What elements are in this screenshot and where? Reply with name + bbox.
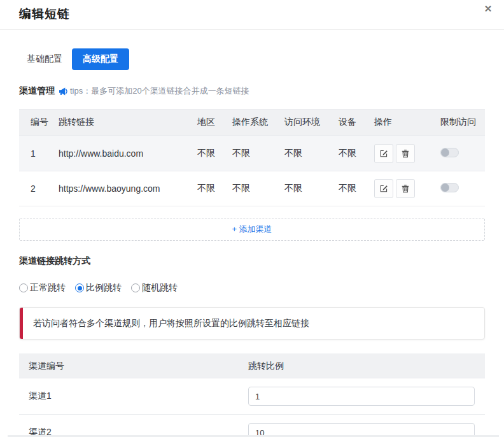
row-id: 2 xyxy=(19,183,59,194)
row-device: 不限 xyxy=(339,183,374,194)
edit-button[interactable] xyxy=(374,144,393,163)
row-url: http://www.baidu.com xyxy=(59,148,197,159)
row-device: 不限 xyxy=(339,148,374,159)
table-row: 2 https://www.baoyung.com 不限 不限 不限 不限 xyxy=(19,171,485,206)
channel-table-header: 编号 跳转链接 地区 操作系统 访问环境 设备 操作 限制访问 xyxy=(19,110,485,136)
megaphone-icon xyxy=(59,87,68,96)
radio-random-jump[interactable]: 随机跳转 xyxy=(131,282,178,294)
row-env: 不限 xyxy=(284,183,339,194)
row-actions xyxy=(374,179,440,198)
alert-text: 若访问者符合多个渠道规则，用户将按照所设置的比例跳转至相应链接 xyxy=(33,318,309,329)
ratio-table: 渠道编号 跳转比例 渠道1 渠道2 xyxy=(19,354,485,437)
header-region: 地区 xyxy=(197,117,232,128)
ratio-channel-label: 渠道1 xyxy=(19,390,248,402)
row-os: 不限 xyxy=(232,183,284,194)
row-restrict xyxy=(440,183,485,194)
modal-title: 编辑短链 xyxy=(19,6,485,22)
ratio-input-channel1[interactable] xyxy=(248,387,475,406)
close-icon[interactable]: ✕ xyxy=(481,2,495,16)
header-action: 操作 xyxy=(374,117,440,128)
delete-button[interactable] xyxy=(396,144,415,163)
restrict-access-toggle[interactable] xyxy=(440,183,459,192)
ratio-table-header: 渠道编号 跳转比例 xyxy=(19,354,485,378)
table-row: 1 http://www.baidu.com 不限 不限 不限 不限 xyxy=(19,136,485,171)
header-device: 设备 xyxy=(339,117,374,128)
row-os: 不限 xyxy=(232,148,284,159)
row-region: 不限 xyxy=(197,183,232,194)
radio-label: 正常跳转 xyxy=(30,282,66,294)
row-env: 不限 xyxy=(284,148,339,159)
toggle-knob xyxy=(441,148,449,157)
radio-normal-jump[interactable]: 正常跳转 xyxy=(19,282,66,294)
header-os: 操作系统 xyxy=(232,117,284,128)
channel-tips-text: tips：最多可添加20个渠道链接合并成一条短链接 xyxy=(70,85,249,97)
trash-icon xyxy=(401,184,410,193)
ratio-row: 渠道2 xyxy=(19,415,485,437)
radio-label: 比例跳转 xyxy=(86,282,122,294)
header-channel-id: 渠道编号 xyxy=(19,361,248,372)
jump-mode-label: 渠道链接跳转方式 xyxy=(19,255,485,267)
header-restrict: 限制访问 xyxy=(440,117,485,128)
edit-icon xyxy=(379,184,388,193)
add-channel-button[interactable]: + 添加渠道 xyxy=(19,218,485,241)
header-id: 编号 xyxy=(19,117,59,128)
edit-icon xyxy=(379,149,388,158)
radio-icon xyxy=(131,283,140,292)
header-url: 跳转链接 xyxy=(59,117,197,128)
edit-shortlink-modal: 编辑短链 ✕ 基础配置 高级配置 渠道管理 tips：最多可添加20个渠道链接合… xyxy=(0,0,504,437)
jump-mode-radio-group: 正常跳转 比例跳转 随机跳转 xyxy=(19,282,485,294)
tab-basic-config[interactable]: 基础配置 xyxy=(19,48,70,70)
ratio-row: 渠道1 xyxy=(19,378,485,415)
radio-ratio-jump[interactable]: 比例跳转 xyxy=(75,282,122,294)
trash-icon xyxy=(401,149,410,158)
radio-icon xyxy=(19,283,28,292)
alert-accent-bar xyxy=(20,308,23,339)
row-restrict xyxy=(440,148,485,159)
channel-management-label: 渠道管理 xyxy=(19,85,55,97)
radio-label: 随机跳转 xyxy=(142,282,178,294)
config-tabs: 基础配置 高级配置 xyxy=(19,48,485,70)
modal-content: 基础配置 高级配置 渠道管理 tips：最多可添加20个渠道链接合并成一条短链接… xyxy=(0,48,504,437)
ratio-jump-alert: 若访问者符合多个渠道规则，用户将按照所设置的比例跳转至相应链接 xyxy=(19,307,485,340)
row-actions xyxy=(374,144,440,163)
row-url: https://www.baoyung.com xyxy=(59,183,197,194)
toggle-knob xyxy=(441,183,449,192)
row-region: 不限 xyxy=(197,148,232,159)
channel-table: 编号 跳转链接 地区 操作系统 访问环境 设备 操作 限制访问 1 http:/… xyxy=(19,109,485,206)
modal-header: 编辑短链 ✕ xyxy=(0,0,504,30)
restrict-access-toggle[interactable] xyxy=(440,148,459,157)
radio-icon xyxy=(75,283,84,292)
header-env: 访问环境 xyxy=(284,117,339,128)
header-jump-ratio: 跳转比例 xyxy=(248,361,485,372)
channel-management-header: 渠道管理 tips：最多可添加20个渠道链接合并成一条短链接 xyxy=(19,85,485,97)
delete-button[interactable] xyxy=(396,179,415,198)
tab-advanced-config[interactable]: 高级配置 xyxy=(72,48,129,70)
edit-button[interactable] xyxy=(374,179,393,198)
row-id: 1 xyxy=(19,148,59,159)
